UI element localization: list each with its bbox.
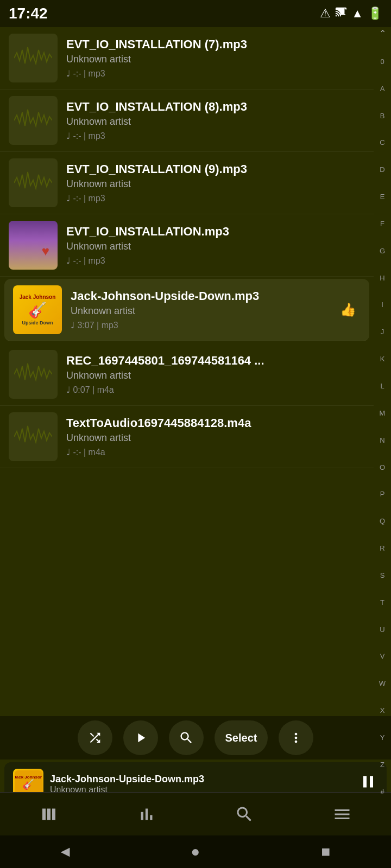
song-meta: ♩ 0:07 | m4a [66, 385, 365, 395]
song-title: Jack-Johnson-Upside-Down.mp3 [71, 289, 336, 303]
alpha-b[interactable]: B [374, 112, 391, 119]
nav-search[interactable] [224, 800, 265, 828]
song-meta: ♩ -:- | mp3 [66, 131, 365, 141]
back-button[interactable]: ◄ [49, 841, 81, 863]
alpha-e[interactable]: E [374, 193, 391, 200]
alpha-t[interactable]: T [374, 599, 391, 606]
jj-artwork: Jack Johnson 🎸 Upside Down [13, 285, 62, 334]
alpha-w[interactable]: W [374, 680, 391, 687]
play-button[interactable] [123, 720, 158, 755]
now-playing-title: Jack-Johnson-Upside-Down.mp3 [50, 774, 352, 785]
alpha-k[interactable]: K [374, 355, 391, 362]
song-info: EVT_IO_INSTALLATION (9).mp3 Unknown arti… [66, 162, 365, 203]
song-artist: Unknown artist [66, 178, 365, 190]
song-meta: ♩ 3:07 | mp3 [71, 320, 336, 330]
nav-stats[interactable] [126, 800, 167, 828]
alpha-d[interactable]: D [374, 166, 391, 173]
status-bar: 17:42 ⚠ ▲ 🔋 [0, 0, 391, 27]
song-artist: Unknown artist [66, 116, 365, 127]
alpha-u[interactable]: U [374, 626, 391, 633]
select-button[interactable]: Select [215, 720, 268, 755]
song-item[interactable]: Jack Johnson 🎸 Upside Down Jack-Johnson-… [4, 279, 369, 341]
alphabet-index[interactable]: ⌃0ABCDEFGHIJKLMNOPQRSTUVWXYZ# [374, 27, 391, 797]
song-artist: Unknown artist [66, 241, 365, 252]
alpha-q[interactable]: Q [374, 518, 391, 525]
song-info: EVT_IO_INSTALLATION.mp3 Unknown artist ♩… [66, 225, 365, 266]
search-button[interactable] [169, 720, 204, 755]
alpha-p[interactable]: P [374, 490, 391, 497]
more-button[interactable] [279, 720, 313, 755]
song-title: REC_1697445801_169744581164 ... [66, 354, 365, 368]
song-title: EVT_IO_INSTALLATION (8).mp3 [66, 100, 365, 114]
song-title: EVT_IO_INSTALLATION (7).mp3 [66, 37, 365, 52]
song-item[interactable]: EVT_IO_INSTALLATION (7).mp3 Unknown arti… [0, 27, 374, 90]
song-artist: Unknown artist [66, 432, 365, 444]
status-icons: ⚠ ▲ 🔋 [320, 6, 382, 21]
home-button[interactable]: ● [179, 841, 212, 863]
song-item[interactable]: EVT_IO_INSTALLATION (8).mp3 Unknown arti… [0, 90, 374, 152]
song-title: TextToAudio1697445884128.m4a [66, 416, 365, 430]
song-meta: ♩ -:- | mp3 [66, 256, 365, 266]
song-title: EVT_IO_INSTALLATION.mp3 [66, 225, 365, 239]
alpha-0[interactable]: 0 [374, 58, 391, 65]
waveform-artwork [9, 350, 58, 399]
song-title: EVT_IO_INSTALLATION (9).mp3 [66, 162, 365, 176]
wifi-icon: ▲ [351, 7, 363, 21]
alpha-#[interactable]: # [374, 788, 391, 795]
evt-artwork [9, 221, 58, 270]
waveform-artwork [9, 412, 58, 461]
cast-icon [335, 6, 347, 21]
song-thumb-up[interactable]: 👍 [336, 298, 361, 322]
song-artist: Unknown artist [66, 370, 365, 381]
system-nav: ◄ ● ■ [0, 835, 391, 868]
song-meta: ♩ -:- | mp3 [66, 193, 365, 203]
song-info: EVT_IO_INSTALLATION (7).mp3 Unknown arti… [66, 37, 365, 79]
song-meta: ♩ -:- | mp3 [66, 68, 365, 79]
song-info: TextToAudio1697445884128.m4a Unknown art… [66, 416, 365, 457]
alpha-s[interactable]: S [374, 572, 391, 579]
bottom-toolbar: Select [0, 716, 391, 760]
battery-icon: 🔋 [368, 7, 382, 21]
alpha-j[interactable]: J [374, 328, 391, 335]
notification-icon: ⚠ [320, 7, 331, 21]
song-artist: Unknown artist [66, 54, 365, 65]
song-item[interactable]: EVT_IO_INSTALLATION (9).mp3 Unknown arti… [0, 152, 374, 214]
song-item[interactable]: REC_1697445801_169744581164 ... Unknown … [0, 343, 374, 406]
song-meta: ♩ -:- | m4a [66, 447, 365, 457]
shuffle-button[interactable] [78, 720, 112, 755]
song-info: REC_1697445801_169744581164 ... Unknown … [66, 354, 365, 395]
alpha-r[interactable]: R [374, 545, 391, 552]
alpha-l[interactable]: L [374, 382, 391, 390]
alpha-n[interactable]: N [374, 437, 391, 444]
nav-menu[interactable] [321, 800, 363, 828]
alpha-↑[interactable]: ⌃ [374, 29, 391, 38]
alpha-o[interactable]: O [374, 464, 391, 471]
bottom-nav [0, 792, 391, 835]
waveform-artwork [9, 34, 58, 82]
alpha-c[interactable]: C [374, 139, 391, 146]
song-item[interactable]: EVT_IO_INSTALLATION.mp3 Unknown artist ♩… [0, 214, 374, 277]
alpha-z[interactable]: Z [374, 761, 391, 768]
status-time: 17:42 [9, 5, 48, 22]
waveform-artwork [9, 96, 58, 145]
alpha-y[interactable]: Y [374, 734, 391, 741]
alpha-f[interactable]: F [374, 220, 391, 227]
song-artist: Unknown artist [71, 305, 336, 317]
svg-text:🎸: 🎸 [22, 778, 35, 790]
alpha-x[interactable]: X [374, 707, 391, 714]
song-info: EVT_IO_INSTALLATION (8).mp3 Unknown arti… [66, 100, 365, 141]
song-list: EVT_IO_INSTALLATION (7).mp3 Unknown arti… [0, 27, 374, 760]
now-playing-info: Jack-Johnson-Upside-Down.mp3 Unknown art… [50, 774, 352, 795]
alpha-m[interactable]: M [374, 410, 391, 417]
alpha-h[interactable]: H [374, 275, 391, 282]
alpha-g[interactable]: G [374, 247, 391, 254]
nav-library[interactable] [28, 800, 70, 828]
song-info: Jack-Johnson-Upside-Down.mp3 Unknown art… [71, 289, 336, 330]
song-item[interactable]: TextToAudio1697445884128.m4a Unknown art… [0, 406, 374, 468]
alpha-a[interactable]: A [374, 85, 391, 92]
recent-button[interactable]: ■ [310, 841, 342, 863]
waveform-artwork [9, 158, 58, 207]
alpha-i[interactable]: I [374, 301, 391, 308]
alpha-v[interactable]: V [374, 653, 391, 660]
